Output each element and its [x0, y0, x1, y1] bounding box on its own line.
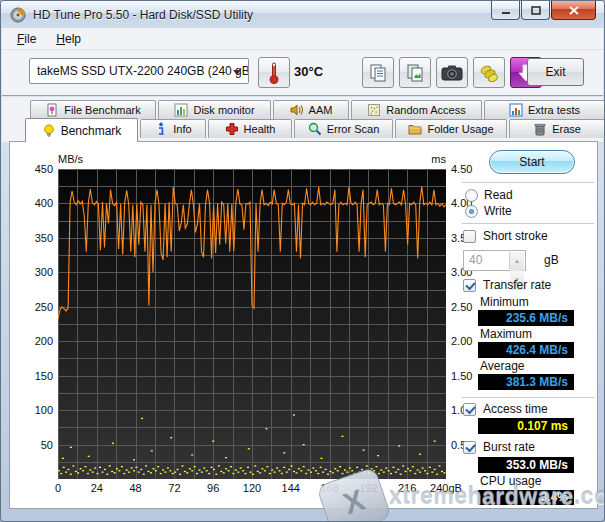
chevron-down-icon	[233, 70, 241, 75]
axis-tick: 168	[310, 482, 350, 494]
axis-tick: 144	[271, 482, 311, 494]
maximize-button[interactable]	[521, 1, 550, 20]
axis-tick: 300	[35, 266, 53, 278]
axis-tick: 450	[35, 163, 53, 175]
trash-icon	[533, 122, 547, 136]
spinner-buttons[interactable]: ▲▼	[509, 252, 524, 269]
read-radio[interactable]	[465, 189, 478, 202]
health-cross-icon	[225, 122, 239, 136]
axis-tick: 240gB	[426, 482, 466, 494]
temperature-value: 30°C	[294, 64, 323, 79]
access-time-label: Access time	[483, 402, 548, 416]
menu-bar: File Help	[2, 28, 603, 50]
maximum-label: Maximum	[480, 327, 532, 341]
x-axis-ticks: 024487296120144168192216240gB	[58, 482, 446, 496]
write-radio-label: Write	[484, 204, 512, 218]
folder-icon	[408, 122, 422, 136]
separator	[462, 223, 594, 224]
left-axis-ticks: 45040035030025020015010050	[17, 169, 53, 479]
short-stroke-checkbox[interactable]	[463, 230, 476, 243]
window-title: HD Tune Pro 5.50 - Hard Disk/SSD Utility	[33, 8, 253, 22]
random-access-icon	[367, 103, 381, 117]
tab-extra-tests[interactable]: Extra tests	[484, 100, 605, 119]
right-axis-title: ms	[406, 153, 446, 165]
tab-disk-monitor[interactable]: Disk monitor	[158, 100, 271, 119]
tab-error-scan[interactable]: Error Scan	[294, 119, 393, 138]
magnifier-icon	[308, 122, 322, 136]
copy-screenshot-button[interactable]	[399, 57, 431, 88]
info-icon	[154, 122, 168, 136]
thermometer-icon	[268, 61, 280, 85]
axis-tick: 48	[116, 482, 156, 494]
axis-tick: 200	[35, 335, 53, 347]
benchmark-plot	[58, 169, 446, 479]
tab-info[interactable]: Info	[140, 119, 206, 138]
axis-tick: 2.00	[451, 335, 472, 347]
tabs-area: File Benchmark Disk monitor AAM	[2, 97, 603, 142]
access-time-value: 0.107 ms	[478, 418, 574, 434]
tab-folder-usage[interactable]: Folder Usage	[395, 119, 507, 138]
exit-button[interactable]: Exit	[527, 58, 584, 86]
axis-tick: 96	[193, 482, 233, 494]
axis-tick: 120	[232, 482, 272, 494]
spinner-up-icon: ▲	[510, 252, 524, 271]
axis-tick: 250	[35, 301, 53, 313]
tab-erase[interactable]: Erase	[509, 119, 605, 138]
axis-tick: 100	[35, 404, 53, 416]
separator	[462, 397, 594, 398]
axis-tick: 216	[387, 482, 427, 494]
axis-tick: 50	[41, 439, 53, 451]
write-radio[interactable]	[465, 205, 478, 218]
toolbar: takeMS SSD UTX-2200 240GB (240 gB) 30°C	[2, 50, 603, 96]
start-button[interactable]: Start	[489, 150, 575, 174]
temperature-button[interactable]	[258, 57, 290, 88]
screenshot-button[interactable]	[436, 57, 468, 88]
tab-aam[interactable]: AAM	[273, 100, 349, 119]
short-stroke-unit: gB	[544, 253, 559, 267]
hand-coins-icon	[478, 62, 500, 84]
short-stroke-label: Short stroke	[483, 229, 548, 243]
read-radio-label: Read	[484, 188, 513, 202]
extra-tests-icon	[509, 103, 523, 117]
speaker-icon	[290, 103, 304, 117]
axis-tick: 2.50	[451, 301, 472, 313]
left-axis-title: MB/s	[58, 153, 83, 165]
axis-tick: 0	[38, 482, 78, 494]
tab-health[interactable]: Health	[208, 119, 292, 138]
short-stroke-capacity-input[interactable]: 40 ▲▼	[463, 250, 526, 271]
access-time-checkbox[interactable]	[463, 403, 476, 416]
camera-icon	[441, 64, 463, 82]
drive-selector-value: takeMS SSD UTX-2200 240GB (240 gB)	[37, 64, 249, 78]
axis-tick: 150	[35, 370, 53, 382]
axis-tick: 350	[35, 232, 53, 244]
menu-help[interactable]: Help	[47, 30, 90, 48]
axis-tick: 400	[35, 197, 53, 209]
average-value: 381.3 MB/s	[478, 374, 574, 390]
minimum-label: Minimum	[480, 295, 529, 309]
minimum-value: 235.6 MB/s	[478, 310, 574, 326]
axis-tick: 192	[348, 482, 388, 494]
drive-selector[interactable]: takeMS SSD UTX-2200 240GB (240 gB)	[29, 58, 249, 84]
copy-text-button[interactable]	[362, 57, 394, 88]
copy-image-icon	[405, 63, 425, 83]
donate-button[interactable]	[473, 57, 505, 88]
minimize-button[interactable]	[491, 1, 520, 20]
tab-file-benchmark[interactable]: File Benchmark	[30, 100, 156, 119]
burst-rate-label: Burst rate	[483, 440, 535, 454]
tab-benchmark[interactable]: Benchmark	[25, 118, 138, 142]
transfer-rate-checkbox[interactable]	[463, 279, 476, 292]
average-label: Average	[480, 359, 524, 373]
copy-icon	[368, 63, 388, 83]
close-button[interactable]	[551, 1, 596, 20]
file-benchmark-icon	[45, 103, 59, 117]
tab-random-access[interactable]: Random Access	[351, 100, 482, 119]
cpu-usage-label: CPU usage	[480, 474, 541, 488]
axis-tick: 1.50	[451, 370, 472, 382]
burst-rate-checkbox[interactable]	[463, 441, 476, 454]
separator	[462, 182, 594, 183]
maximum-value: 426.4 MB/s	[478, 342, 574, 358]
transfer-rate-label: Transfer rate	[483, 278, 551, 292]
axis-tick: 24	[77, 482, 117, 494]
menu-file[interactable]: File	[8, 30, 45, 48]
axis-tick: 72	[154, 482, 194, 494]
